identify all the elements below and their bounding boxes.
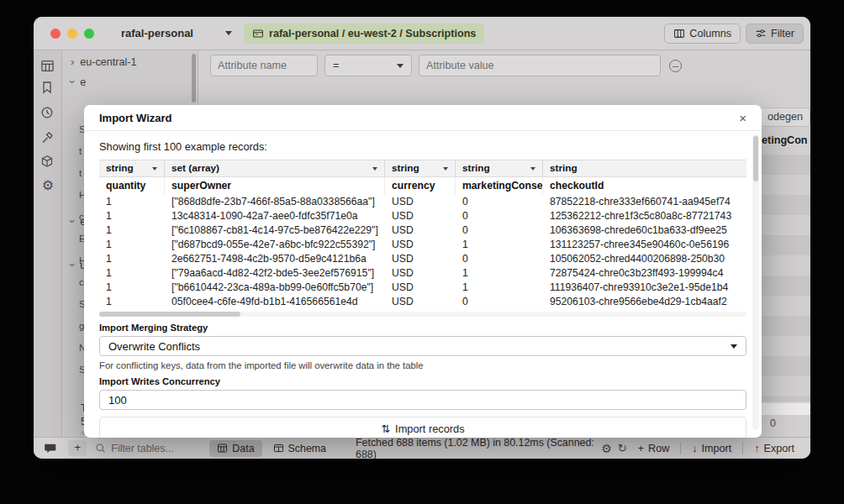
refresh-icon[interactable]: ↻ — [618, 442, 627, 454]
tools-icon[interactable] — [40, 131, 55, 146]
cell-marketingconsent: 0 — [456, 252, 543, 266]
concurrency-input[interactable] — [99, 390, 746, 410]
table-row: 1 ["d687bcd9-055e-42e7-a6bc-bfc922c55392… — [99, 238, 746, 252]
import-button[interactable]: ↓ Import — [681, 443, 742, 454]
table-row: 1 ["868d8dfe-23b7-466f-85a5-88a0338566aa… — [99, 195, 746, 209]
import-updown-icon: ⇅ — [381, 423, 390, 435]
breadcrumb[interactable]: rafal-personal / eu-west-2 / Subscriptio… — [244, 24, 484, 44]
chevron-down-icon — [443, 167, 448, 171]
merging-strategy-select[interactable]: Overwrite Conflicts — [99, 336, 746, 356]
codegen-button-partial[interactable]: odegen — [760, 108, 810, 127]
cell-checkoutid: 87852218-chre333ef660741-aa945ef74 — [543, 195, 746, 209]
type-select-currency[interactable]: string — [385, 160, 456, 176]
bookmarks-icon[interactable] — [40, 81, 55, 96]
filter-attribute-value-input[interactable] — [419, 55, 661, 76]
cell-superowner: ["b6610442-23ca-489a-bb99-0e60ffc5b70e"] — [165, 281, 385, 295]
table-row: 1 13c48314-1090-42a7-aee0-fdfc35f71e0a U… — [99, 209, 746, 223]
column-header: marketingConsent — [456, 177, 543, 195]
add-row-button[interactable]: + Row — [627, 443, 681, 454]
cell-superowner: ["868d8dfe-23b7-466f-85a5-88a0338566aa"] — [165, 195, 385, 209]
cell-superowner: ["6c108867-cb81-4c14-97c5-be876422e229"] — [165, 223, 385, 238]
cell-checkoutid: 72875424-chre0c3b23ff493-199994c4 — [543, 266, 746, 281]
concurrency-label: Import Writes Concurrency — [99, 376, 746, 386]
column-header-partial[interactable]: etingCon — [762, 134, 808, 146]
operator-value: = — [333, 60, 339, 71]
search-icon — [95, 443, 106, 454]
query-settings-gear-icon[interactable]: ⚙ — [601, 442, 612, 455]
sidebar-region-eu-central-1[interactable]: › eu-central-1 — [71, 55, 137, 68]
close-window-button[interactable] — [50, 29, 61, 39]
profile-switcher[interactable]: rafal-personal — [121, 27, 232, 39]
cell-superowner: 13c48314-1090-42a7-aee0-fdfc35f71e0a — [165, 209, 385, 223]
cell-quantity: 1 — [99, 266, 165, 281]
filter-tables-input[interactable] — [111, 443, 191, 454]
cell-superowner: 05f0cee4-c6fe-49fd-b1b1-416566561e4d — [165, 295, 385, 309]
download-arrow-icon: ↓ — [692, 443, 697, 454]
table-row: 1 ["79aa6acd-4d82-42f2-bde5-3ee2ef576915… — [99, 266, 746, 281]
cell-currency: USD — [385, 238, 456, 252]
cell-currency: USD — [385, 209, 456, 223]
modal-title: Import Wizard — [99, 112, 172, 124]
cell-quantity: 1 — [99, 238, 165, 252]
cell-quantity: 1 — [99, 281, 165, 295]
filter-attribute-name-input[interactable] — [210, 55, 318, 76]
package-icon[interactable] — [40, 155, 55, 170]
cell-currency: USD — [385, 195, 456, 209]
preview-caption: Showing first 100 example records: — [99, 140, 746, 153]
cell-marketingconsent: 1 — [456, 281, 543, 295]
region-label: eu-central-1 — [80, 56, 136, 68]
modal-vertical-scrollbar[interactable] — [753, 136, 758, 181]
schema-icon — [273, 443, 284, 454]
columns-button[interactable]: Columns — [664, 24, 741, 44]
import-records-button[interactable]: ⇅ Import records — [99, 417, 746, 438]
add-row-label: Row — [648, 443, 669, 454]
chevron-down-icon: › — [66, 80, 79, 83]
sidebar-vertical-scrollbar[interactable] — [192, 54, 196, 102]
type-select-quantity[interactable]: string — [99, 160, 165, 176]
filter-button[interactable]: Filter — [746, 24, 804, 44]
feedback-chat-icon[interactable] — [44, 441, 56, 455]
sidebar-region-expanded[interactable]: › e — [71, 76, 86, 88]
chevron-down-icon — [397, 64, 404, 68]
zoom-window-button[interactable] — [84, 29, 94, 39]
filter-operator-select[interactable]: = — [324, 55, 412, 76]
tab-data-label: Data — [232, 443, 254, 454]
type-select-checkoutid[interactable]: string — [543, 160, 746, 176]
tab-data[interactable]: Data — [209, 440, 261, 457]
table-row: 1 2e662751-7498-4c2b-9570-d5e9c4121b6a U… — [99, 252, 746, 266]
profile-name: rafal-personal — [121, 27, 193, 39]
remove-filter-icon[interactable] — [669, 60, 682, 72]
type-select-superowner[interactable]: set (array) — [165, 160, 385, 176]
close-icon[interactable]: × — [739, 112, 746, 124]
merging-strategy-help: For conflicting keys, data from the impo… — [99, 360, 746, 370]
column-header: superOwner — [165, 177, 385, 195]
filter-button-label: Filter — [771, 28, 794, 39]
preview-hscroll-track — [99, 312, 746, 317]
settings-gear-icon[interactable]: ⚙ — [40, 178, 55, 193]
data-grid-icon — [217, 443, 228, 454]
import-wizard-modal: Import Wizard × Showing first 100 exampl… — [84, 105, 762, 438]
add-table-button[interactable]: + — [68, 440, 87, 456]
tables-icon[interactable] — [40, 59, 55, 74]
tab-schema-label: Schema — [288, 443, 326, 454]
modal-header: Import Wizard × — [84, 105, 762, 131]
chevron-down-icon — [372, 167, 377, 171]
export-button[interactable]: ↑ Export — [743, 443, 805, 454]
cell-currency: USD — [385, 295, 456, 309]
history-icon[interactable] — [40, 106, 55, 121]
minimize-window-button[interactable] — [67, 29, 77, 39]
cell-checkoutid: 111936407-chre93910c3e2e1-95de1b4 — [543, 281, 746, 295]
type-select-marketingconsent[interactable]: string — [456, 160, 543, 176]
filter-tables-search[interactable] — [95, 443, 191, 454]
column-header: currency — [385, 177, 456, 195]
cell-marketingconsent: 1 — [456, 266, 543, 281]
app-window: rafal-personal rafal-personal / eu-west-… — [34, 17, 810, 459]
merging-strategy-label: Import Merging Strategy — [99, 323, 746, 333]
plus-icon: + — [638, 443, 644, 454]
tab-schema[interactable]: Schema — [266, 440, 334, 457]
table-row: 1 05f0cee4-c6fe-49fd-b1b1-416566561e4d U… — [99, 295, 746, 309]
breadcrumb-label: rafal-personal / eu-west-2 / Subscriptio… — [269, 28, 476, 39]
preview-horizontal-scrollbar[interactable] — [99, 312, 240, 317]
table-icon — [252, 28, 264, 39]
cell-currency: USD — [385, 266, 456, 281]
